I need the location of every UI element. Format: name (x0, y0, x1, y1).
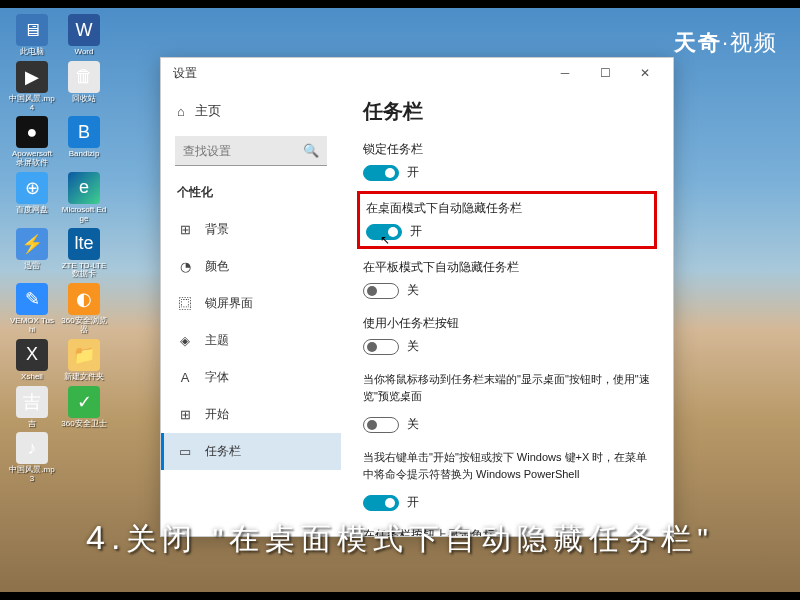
nav-item-主题[interactable]: ◈主题 (161, 322, 341, 359)
maximize-button[interactable]: ☐ (585, 58, 625, 88)
desktop-icon[interactable]: ◐360安全浏览器 (60, 283, 108, 335)
desktop-icon[interactable]: 吉吉 (8, 386, 56, 429)
minimize-button[interactable]: ─ (545, 58, 585, 88)
desktop-icon[interactable]: lteZTE TD-LTE 数据卡 (60, 228, 108, 280)
nav-item-开始[interactable]: ⊞开始 (161, 396, 341, 433)
page-title: 任务栏 (363, 98, 651, 125)
nav-icon: ◈ (177, 333, 193, 348)
settings-content: 任务栏 锁定任务栏 开 在桌面模式下自动隐藏任务栏 开 ↖ 在平板模式下自动隐藏… (341, 88, 673, 536)
nav-label: 主题 (205, 332, 229, 349)
close-button[interactable]: ✕ (625, 58, 665, 88)
desktop-icon[interactable]: ⊕百度网盘 (8, 172, 56, 215)
nav-item-颜色[interactable]: ◔颜色 (161, 248, 341, 285)
desktop-icon[interactable]: WWord (60, 14, 108, 57)
desktop-icons: 🖥此电脑WWord▶中国风景.mp4🗑回收站●Apowersoft录屏软件BBa… (6, 12, 116, 486)
home-button[interactable]: ⌂ 主页 (161, 94, 341, 128)
titlebar: 设置 ─ ☐ ✕ (161, 58, 673, 88)
setting-label: 使用小任务栏按钮 (363, 315, 651, 332)
search-icon: 🔍 (303, 143, 319, 158)
nav-item-锁屏界面[interactable]: ⿴锁屏界面 (161, 285, 341, 322)
nav-icon: ◔ (177, 259, 193, 274)
toggle-powershell[interactable]: 开 (363, 494, 651, 511)
desktop-icon[interactable]: 🖥此电脑 (8, 14, 56, 57)
window-title: 设置 (169, 65, 545, 82)
toggle-2[interactable]: 关 (363, 282, 651, 299)
desktop-icon[interactable]: ▶中国风景.mp4 (8, 61, 56, 113)
home-label: 主页 (195, 102, 221, 120)
desktop-icon[interactable]: 🗑回收站 (60, 61, 108, 104)
nav-label: 字体 (205, 369, 229, 386)
toggle-peek[interactable]: 关 (363, 416, 651, 433)
search-box: 🔍 (175, 136, 327, 166)
nav-item-字体[interactable]: A字体 (161, 359, 341, 396)
desktop-icon[interactable]: eMicrosoft Edge (60, 172, 108, 224)
nav-item-背景[interactable]: ⊞背景 (161, 211, 341, 248)
setting-label: 锁定任务栏 (363, 141, 651, 158)
setting-label: 在桌面模式下自动隐藏任务栏 (366, 200, 648, 217)
desktop-icon[interactable]: ⚡迅雷 (8, 228, 56, 271)
desktop-icon[interactable]: 📁新建文件夹 (60, 339, 108, 382)
settings-window: 设置 ─ ☐ ✕ ⌂ 主页 🔍 个性化 ⊞背景◔颜色⿴锁屏界面◈主题A字体⊞开始… (160, 57, 674, 537)
nav-label: 背景 (205, 221, 229, 238)
toggle-1[interactable]: 开 ↖ (366, 223, 648, 240)
nav-icon: ▭ (177, 444, 193, 459)
nav-label: 开始 (205, 406, 229, 423)
nav-label: 任务栏 (205, 443, 241, 460)
nav-label: 颜色 (205, 258, 229, 275)
desktop-icon[interactable]: ✎VEMOX Tushi (8, 283, 56, 335)
nav-item-任务栏[interactable]: ▭任务栏 (161, 433, 341, 470)
settings-sidebar: ⌂ 主页 🔍 个性化 ⊞背景◔颜色⿴锁屏界面◈主题A字体⊞开始▭任务栏 (161, 88, 341, 536)
nav-icon: ⊞ (177, 222, 193, 237)
toggle-0[interactable]: 开 (363, 164, 651, 181)
nav-icon: ⊞ (177, 407, 193, 422)
setting-description: 当我右键单击"开始"按钮或按下 Windows 键+X 时，在菜单中将命令提示符… (363, 449, 651, 482)
desktop-icon[interactable]: ♪中国风景.mp3 (8, 432, 56, 484)
video-caption: 4.关闭 "在桌面模式下自动隐藏任务栏" (0, 518, 800, 560)
setting-description: 当你将鼠标移动到任务栏末端的"显示桌面"按钮时，使用"速览"预览桌面 (363, 371, 651, 404)
setting-label: 在平板模式下自动隐藏任务栏 (363, 259, 651, 276)
desktop-icon[interactable]: BBandizip (60, 116, 108, 159)
video-watermark: 天奇·视频 (674, 28, 778, 58)
home-icon: ⌂ (177, 104, 185, 119)
nav-label: 锁屏界面 (205, 295, 253, 312)
desktop-icon[interactable]: ✓360安全卫士 (60, 386, 108, 429)
desktop-icon[interactable]: ●Apowersoft录屏软件 (8, 116, 56, 168)
nav-icon: A (177, 370, 193, 385)
desktop-icon[interactable]: XXshell (8, 339, 56, 382)
section-header: 个性化 (161, 178, 341, 209)
nav-icon: ⿴ (177, 296, 193, 311)
toggle-3[interactable]: 关 (363, 338, 651, 355)
